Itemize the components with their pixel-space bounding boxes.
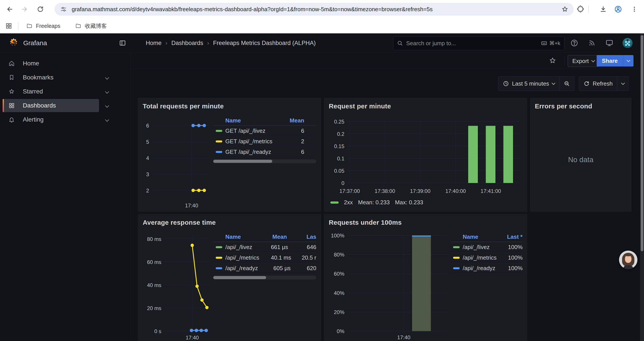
reload-button[interactable] [34, 3, 46, 15]
series-color-pill [330, 201, 339, 204]
legend-row[interactable]: /api/_/readyz605 µs620 [213, 263, 316, 274]
export-button[interactable]: Export [568, 55, 599, 67]
legend-col-name[interactable]: Name [213, 117, 265, 124]
downloads-button[interactable] [597, 3, 609, 15]
series-value: 620 [291, 265, 316, 272]
legend-col-name[interactable]: Name [450, 233, 498, 240]
dashboard-main: Last 5 minutes Refresh [130, 69, 644, 341]
svg-text:0.05: 0.05 [334, 168, 344, 174]
screen: grafana.mathmast.com/d/deytv4rwavabkb/fr… [0, 0, 644, 341]
legend-row[interactable]: GET /api/_/readyz6 [213, 147, 316, 157]
zoom-out-button[interactable] [560, 77, 574, 91]
refresh-button[interactable]: Refresh [579, 77, 617, 91]
panel-average-response-time: Average response time 17:400 s20 ms40 ms… [138, 214, 321, 341]
legend-col-value[interactable]: Mean [250, 233, 287, 240]
legend-scrollbar[interactable] [213, 159, 316, 163]
apps-grid-icon[interactable] [5, 22, 12, 30]
series-value: 6 [266, 128, 316, 134]
profile-icon [614, 5, 622, 13]
grafana-logo[interactable] [8, 38, 19, 48]
panel-title[interactable]: Errors per second [535, 103, 592, 110]
legend-col-value[interactable]: Mean [265, 117, 316, 124]
search-input[interactable]: Search or jump to... ⌘+k [393, 36, 564, 50]
forward-button[interactable] [18, 3, 31, 15]
series-value: 20.5 r [291, 254, 316, 261]
breadcrumb-item[interactable]: Freeleaps Metrics Dashboard (ALPHA) [213, 40, 316, 47]
site-settings-icon[interactable] [60, 6, 67, 13]
time-range-picker[interactable]: Last 5 minutes [498, 77, 559, 91]
chart-area: 17:37:0017:38:0017:39:0017:40:0017:41:00… [324, 98, 527, 212]
legend-col-value[interactable]: Last * [498, 233, 522, 240]
sidebar-item-dashboards[interactable]: Dashboards [3, 99, 99, 112]
panel-legend-table: NameMeanGET /api/_/livez6GET /api/_/metr… [213, 116, 316, 163]
scrollbar-thumb[interactable] [213, 160, 272, 163]
kiosk-mode-button[interactable] [604, 38, 615, 48]
series-color-pill [216, 140, 222, 142]
news-button[interactable] [586, 38, 597, 48]
bookmark-folder[interactable]: Freeleaps [24, 21, 63, 31]
profile-button[interactable] [612, 3, 624, 15]
svg-text:0.25: 0.25 [334, 119, 344, 125]
legend-row[interactable]: /api/_/livez661 µs646 [213, 242, 316, 253]
chevron-down-icon [552, 81, 555, 85]
forward-icon [20, 5, 28, 13]
scrollbar-thumb[interactable] [213, 276, 266, 279]
svg-text:4: 4 [146, 155, 149, 161]
share-button[interactable]: Share [597, 55, 634, 67]
user-avatar[interactable] [622, 38, 632, 48]
legend-row[interactable]: /api/_/metrics40.1 ms20.5 r [213, 253, 316, 263]
legend-col-name[interactable]: Name [213, 233, 250, 240]
no-data-message: No data [530, 156, 631, 164]
assistant-avatar[interactable] [619, 251, 638, 269]
extensions-button[interactable] [574, 3, 586, 15]
sidebar-item-bookmarks[interactable]: Bookmarks [3, 71, 99, 84]
svg-text:0.1: 0.1 [337, 156, 344, 162]
panel-legend[interactable]: 2xx Mean: 0.233 Max: 0.233 [330, 199, 423, 206]
series-value: 646 [288, 244, 316, 251]
series-value: 2 [272, 138, 316, 145]
url-bar[interactable]: grafana.mathmast.com/d/deytv4rwavabkb/fr… [54, 3, 574, 16]
series-value: 100% [498, 265, 522, 272]
legend-row[interactable]: GET /api/_/metrics2 [213, 136, 316, 147]
back-button[interactable] [4, 3, 16, 15]
time-range-group: Last 5 minutes [498, 76, 574, 91]
keyboard-icon [541, 40, 547, 46]
legend-scrollbar[interactable] [213, 276, 316, 279]
series-value: 605 µs [258, 265, 291, 272]
legend-row[interactable]: GET /api/_/livez6 [213, 126, 316, 136]
panel-legend-table: NameMeanLas/api/_/livez661 µs646/api/_/m… [213, 232, 316, 279]
sidebar-toggle[interactable] [118, 39, 127, 47]
series-color-pill [453, 246, 460, 248]
svg-text:17:40: 17:40 [186, 335, 199, 340]
sidebar-item-starred[interactable]: Starred [3, 85, 99, 98]
bookmark-star-icon[interactable] [561, 6, 568, 13]
sidebar-item-alerting[interactable]: Alerting [3, 113, 99, 126]
page-scrollbar [640, 33, 644, 341]
help-button[interactable] [569, 38, 580, 48]
svg-text:2: 2 [146, 188, 149, 194]
time-controls: Last 5 minutes Refresh [498, 76, 629, 91]
bookmark-icon [8, 74, 15, 81]
legend-row[interactable]: /api/_/livez100% [450, 242, 522, 253]
scrollbar-thumb[interactable] [641, 35, 643, 251]
folder-icon [75, 23, 81, 29]
favorite-dashboard-button[interactable] [549, 57, 556, 64]
legend-row[interactable]: /api/_/readyz100% [450, 263, 522, 274]
panel-errors-per-second: Errors per second No data [530, 98, 632, 212]
browser-menu-button[interactable] [628, 3, 640, 15]
refresh-interval-dropdown[interactable] [617, 77, 629, 91]
share-dropdown-button[interactable] [623, 55, 634, 67]
refresh-group: Refresh [579, 76, 629, 91]
breadcrumb-separator: › [166, 40, 168, 47]
legend-row[interactable]: /api/_/metrics100% [450, 253, 522, 263]
legend-col-value[interactable]: Las [287, 233, 316, 240]
series-name: /api/_/readyz [225, 265, 258, 272]
breadcrumb-item[interactable]: Home [146, 40, 162, 47]
chart-request-per-minute: 17:37:0017:38:0017:39:0017:40:0017:41:00… [324, 98, 527, 212]
help-icon [570, 39, 578, 47]
sidebar-item-home[interactable]: Home [3, 57, 99, 70]
svg-text:60 ms: 60 ms [147, 259, 161, 265]
svg-text:80 ms: 80 ms [147, 236, 161, 242]
breadcrumb-item[interactable]: Dashboards [172, 40, 204, 47]
bookmark-folder[interactable]: 收藏博客 [72, 21, 110, 31]
